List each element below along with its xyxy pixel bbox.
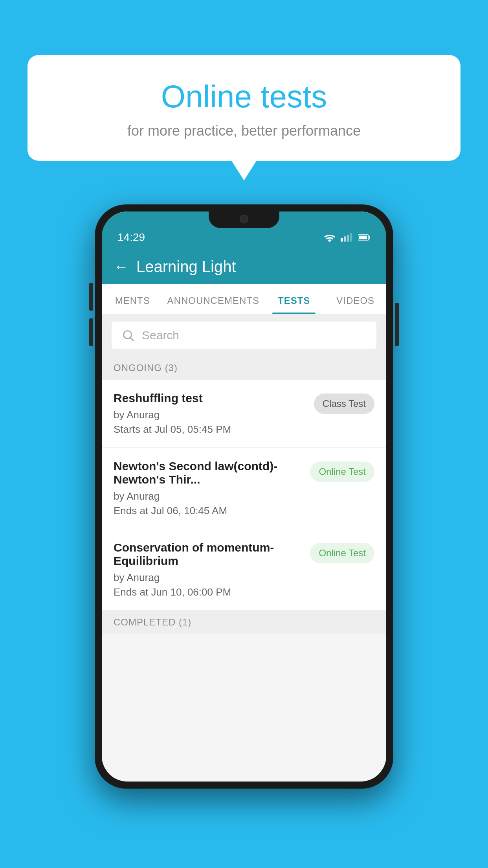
svg-line-8 xyxy=(130,338,134,341)
signal-icon xyxy=(341,233,353,242)
test-title-3: Conservation of momentum-Equilibrium xyxy=(114,541,302,568)
side-button-vol-down xyxy=(89,318,93,346)
svg-rect-3 xyxy=(350,233,352,241)
svg-rect-0 xyxy=(341,238,343,241)
svg-rect-5 xyxy=(369,236,370,239)
phone-camera xyxy=(240,215,248,223)
side-button-power xyxy=(395,303,399,346)
test-info-1: Reshuffling test by Anurag Starts at Jul… xyxy=(114,392,314,436)
status-icons xyxy=(323,233,371,242)
svg-rect-6 xyxy=(359,235,367,239)
test-author-1: by Anurag xyxy=(114,409,306,421)
test-author-3: by Anurag xyxy=(114,572,302,584)
status-time: 14:29 xyxy=(117,231,145,244)
test-badge-2: Online Test xyxy=(310,462,374,482)
test-date-2: Ends at Jul 06, 10:45 AM xyxy=(114,505,302,517)
search-placeholder: Search xyxy=(142,329,179,342)
test-badge-3: Online Test xyxy=(310,543,374,563)
ongoing-section-header: ONGOING (3) xyxy=(102,356,386,380)
test-list: Reshuffling test by Anurag Starts at Jul… xyxy=(102,380,386,611)
test-info-3: Conservation of momentum-Equilibrium by … xyxy=(114,541,310,598)
tab-tests[interactable]: TESTS xyxy=(263,284,325,314)
app-header: ← Learning Light xyxy=(102,249,386,284)
battery-icon xyxy=(358,233,371,242)
test-date-1: Starts at Jul 05, 05:45 PM xyxy=(114,423,306,436)
search-input-wrap[interactable]: Search xyxy=(112,322,376,349)
svg-rect-1 xyxy=(344,236,346,241)
test-item[interactable]: Reshuffling test by Anurag Starts at Jul… xyxy=(102,380,386,448)
search-container: Search xyxy=(102,314,386,356)
test-badge-1: Class Test xyxy=(314,394,374,414)
test-info-2: Newton's Second law(contd)-Newton's Thir… xyxy=(114,460,310,517)
test-date-3: Ends at Jun 10, 06:00 PM xyxy=(114,586,302,598)
side-button-vol-up xyxy=(89,283,93,311)
promo-card: Online tests for more practice, better p… xyxy=(28,55,460,161)
phone-screen: 14:29 xyxy=(102,211,386,782)
test-title-2: Newton's Second law(contd)-Newton's Thir… xyxy=(114,460,302,486)
search-icon xyxy=(121,329,135,342)
phone-mockup: 14:29 xyxy=(95,204,393,789)
test-item[interactable]: Newton's Second law(contd)-Newton's Thir… xyxy=(102,448,386,529)
tabs-bar: MENTS ANNOUNCEMENTS TESTS VIDEOS xyxy=(102,284,386,314)
promo-subtitle: for more practice, better performance xyxy=(47,123,441,139)
test-author-2: by Anurag xyxy=(114,490,302,502)
tab-videos[interactable]: VIDEOS xyxy=(325,284,386,314)
test-item[interactable]: Conservation of momentum-Equilibrium by … xyxy=(102,529,386,611)
tab-announcements[interactable]: ANNOUNCEMENTS xyxy=(163,284,263,314)
back-button[interactable]: ← xyxy=(114,258,128,275)
completed-section-header: COMPLETED (1) xyxy=(102,611,386,634)
svg-rect-2 xyxy=(347,235,349,241)
test-title-1: Reshuffling test xyxy=(114,392,306,405)
wifi-icon xyxy=(323,233,336,242)
app-header-title: Learning Light xyxy=(136,258,236,276)
promo-title: Online tests xyxy=(47,79,441,115)
tab-ments[interactable]: MENTS xyxy=(102,284,163,314)
svg-point-7 xyxy=(124,331,132,339)
